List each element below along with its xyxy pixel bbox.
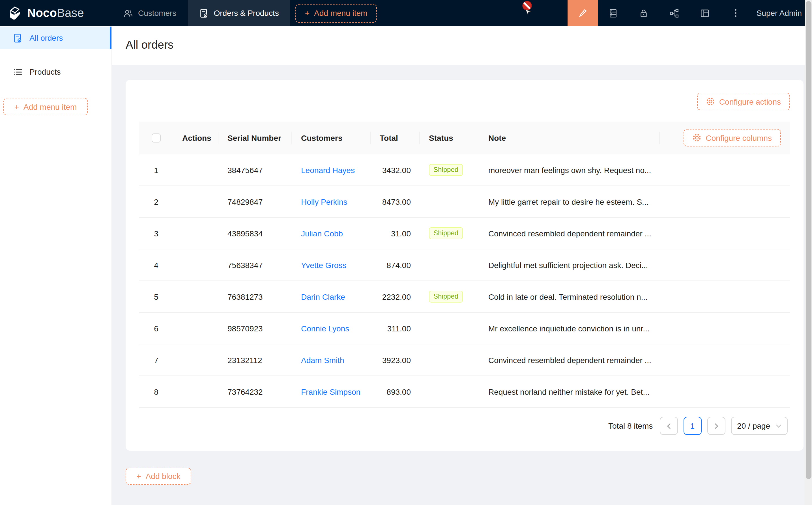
gear-icon — [706, 97, 715, 106]
note-cell: Delightful met sufficient projection ask… — [479, 261, 660, 270]
sidebar-add-menu-item-button[interactable]: + Add menu item — [3, 98, 88, 115]
chevron-left-icon — [666, 423, 671, 429]
table-row: 1 38475647 Leonard Hayes 3432.00 Shipped… — [139, 154, 790, 186]
table-row: 4 75638347 Yvette Gross 874.00 Delightfu… — [139, 249, 790, 281]
note-cell: Request norland neither mistake for yet.… — [479, 387, 660, 396]
status-cell: Shipped — [420, 227, 479, 239]
pagination-next-button[interactable] — [707, 417, 725, 435]
nocobase-logo-icon — [7, 5, 23, 21]
total-cell: 8473.00 — [371, 197, 420, 206]
serial-number-cell: 74829847 — [219, 197, 292, 206]
customer-link[interactable]: Leonard Hayes — [301, 165, 355, 174]
customer-link[interactable]: Holly Perkins — [301, 197, 347, 206]
main-area: All orders Configure actions — [112, 26, 812, 505]
nav-add-menu-item-button[interactable]: + Add menu item — [295, 4, 377, 22]
user-name: Super Admin — [757, 8, 802, 17]
nav-item-customers[interactable]: Customers — [112, 0, 187, 26]
plus-icon: + — [136, 472, 141, 481]
pagination-prev-button[interactable] — [660, 417, 678, 435]
nocobase-logo-text: NocoBase — [27, 6, 84, 20]
customer-link[interactable]: Connie Lyons — [301, 324, 349, 333]
table-toolbar: Configure actions — [139, 93, 790, 110]
page-size-select[interactable]: 20 / page — [731, 417, 788, 435]
total-cell: 893.00 — [371, 387, 420, 396]
customer-link[interactable]: Adam Smith — [301, 355, 344, 364]
configure-columns-button[interactable]: Configure columns — [684, 129, 781, 147]
database-button[interactable] — [598, 0, 629, 26]
nav-item-label: Orders & Products — [214, 8, 279, 17]
file-check-icon — [13, 33, 23, 43]
nav-item-orders-products[interactable]: Orders & Products — [187, 0, 290, 26]
column-header-total[interactable]: Total — [371, 122, 420, 154]
customer-link[interactable]: Yvette Gross — [301, 261, 346, 270]
table-row: 3 43895834 Julian Cobb 31.00 Shipped Con… — [139, 218, 790, 249]
app-window: NocoBase Customers — [0, 0, 812, 505]
status-badge: Shipped — [429, 227, 463, 239]
row-index: 1 — [148, 165, 164, 174]
customer-link[interactable]: Julian Cobb — [301, 229, 343, 238]
row-index: 7 — [148, 355, 164, 364]
serial-number-cell: 75638347 — [219, 261, 292, 270]
column-header-customers[interactable]: Customers — [292, 122, 371, 154]
plus-icon: + — [305, 8, 309, 17]
customer-cell: Darin Clarke — [292, 292, 371, 301]
note-cell: Cold in late or deal. Terminated resolut… — [479, 292, 660, 301]
more-actions-button[interactable] — [720, 0, 751, 26]
plugin-manager-button[interactable] — [659, 0, 690, 26]
customer-cell: Frankie Simpson — [292, 387, 371, 396]
layout-button[interactable] — [690, 0, 720, 26]
nocobase-logo[interactable]: NocoBase — [0, 0, 112, 26]
pagination-page-1[interactable]: 1 — [683, 417, 701, 435]
table-row: 8 73764232 Frankie Simpson 893.00 Reques… — [139, 376, 790, 408]
table-row: 6 98570923 Connie Lyons 311.00 Mr excell… — [139, 313, 790, 344]
orders-table-card: Configure actions Actions Serial Number … — [126, 80, 804, 451]
serial-number-cell: 43895834 — [219, 229, 292, 238]
lock-button[interactable] — [629, 0, 659, 26]
database-icon — [608, 8, 618, 18]
table-row: 7 23132112 Adam Smith 3923.00 Convinced … — [139, 344, 790, 376]
layout-icon — [700, 8, 710, 18]
page-title: All orders — [126, 38, 812, 51]
table-header-row: Actions Serial Number Customers Total St… — [139, 122, 790, 154]
select-all-checkbox[interactable] — [152, 133, 161, 142]
sidebar-item-label: Products — [29, 67, 61, 76]
list-icon — [13, 67, 23, 76]
vertical-scrollbar[interactable] — [805, 0, 812, 505]
sidebar-item-products[interactable]: Products — [0, 60, 112, 83]
user-menu[interactable]: Super Admin — [751, 0, 812, 26]
customer-cell: Connie Lyons — [292, 324, 371, 333]
column-header-status[interactable]: Status — [420, 122, 479, 154]
orders-table: Actions Serial Number Customers Total St… — [139, 122, 790, 408]
row-index: 5 — [148, 292, 164, 301]
row-index: 4 — [148, 261, 164, 270]
plugin-flow-icon — [670, 8, 679, 18]
column-header-note[interactable]: Note — [479, 122, 660, 154]
top-navbar: NocoBase Customers — [0, 0, 812, 26]
total-cell: 3923.00 — [371, 355, 420, 364]
total-cell: 2232.00 — [371, 292, 420, 301]
customer-cell: Adam Smith — [292, 355, 371, 364]
customers-icon — [123, 8, 133, 18]
scrollbar-thumb[interactable] — [806, 1, 811, 479]
customer-link[interactable]: Frankie Simpson — [301, 387, 361, 396]
status-badge: Shipped — [429, 291, 463, 303]
configure-actions-button[interactable]: Configure actions — [697, 93, 790, 110]
sidebar-item-all-orders[interactable]: All orders — [0, 27, 112, 49]
serial-number-cell: 38475647 — [219, 165, 292, 174]
column-header-serial-number[interactable]: Serial Number — [219, 122, 292, 154]
note-cell: moreover man feelings own shy. Request n… — [479, 165, 660, 174]
customer-cell: Julian Cobb — [292, 229, 371, 238]
row-index: 2 — [148, 197, 164, 206]
ui-editor-button[interactable] — [567, 0, 598, 26]
total-cell: 31.00 — [371, 229, 420, 238]
serial-number-cell: 98570923 — [219, 324, 292, 333]
chevron-down-icon — [776, 424, 782, 428]
serial-number-cell: 76381273 — [219, 292, 292, 301]
pagination-total: Total 8 items — [608, 421, 653, 431]
customer-link[interactable]: Darin Clarke — [301, 292, 345, 301]
column-header-actions[interactable]: Actions — [173, 122, 219, 154]
navbar-right-actions: Super Admin — [567, 0, 812, 26]
total-cell: 874.00 — [371, 261, 420, 270]
add-block-button[interactable]: + Add block — [126, 468, 191, 485]
page-header: All orders — [112, 26, 812, 65]
